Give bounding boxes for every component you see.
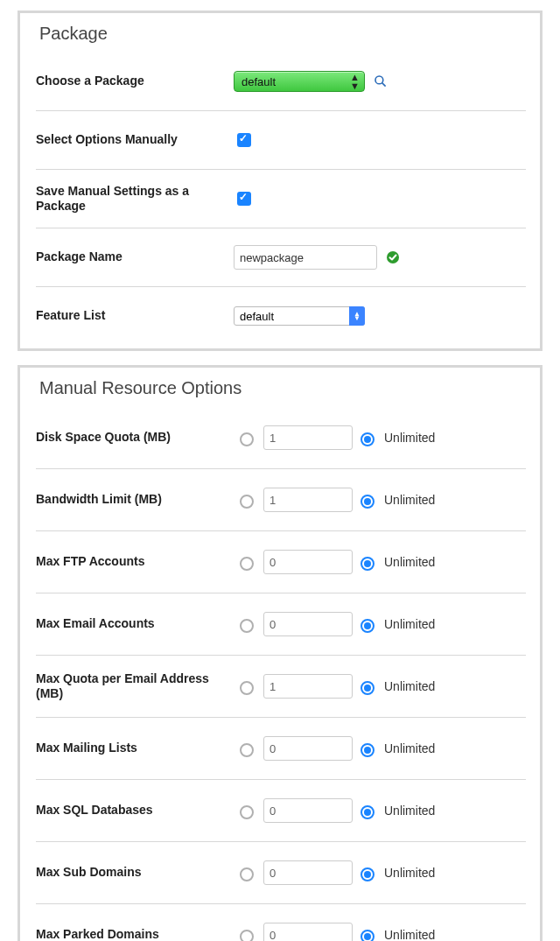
resource-label: Max FTP Accounts [36, 554, 235, 570]
resource-row: Max FTP AccountsUnlimited [36, 531, 526, 593]
row-feature-list: Feature List default ▲▼ [36, 287, 526, 345]
row-select-manually: Select Options Manually [36, 111, 526, 170]
check-ok-icon [386, 250, 400, 264]
unlimited-label: Unlimited [384, 928, 435, 941]
resource-value-input[interactable] [263, 736, 353, 761]
resource-unlimited-radio[interactable] [360, 743, 374, 757]
resource-unlimited-radio[interactable] [360, 867, 374, 881]
resource-unlimited-option: Unlimited [356, 430, 526, 446]
resource-label: Max Mailing Lists [36, 741, 235, 756]
unlimited-label: Unlimited [384, 617, 435, 631]
package-panel: Package Choose a Package default ▲▼ [18, 11, 542, 351]
resource-value-option [235, 798, 356, 823]
resource-value-radio[interactable] [240, 930, 254, 942]
resource-unlimited-option: Unlimited [356, 616, 526, 633]
resource-value-option [235, 488, 356, 512]
resource-unlimited-radio[interactable] [360, 495, 374, 509]
resource-label: Max SQL Databases [36, 803, 235, 818]
resource-row: Max Parked DomainsUnlimited [36, 904, 526, 941]
resources-title: Manual Resource Options [36, 371, 526, 407]
resource-unlimited-option: Unlimited [356, 927, 526, 942]
resource-value-option [235, 425, 356, 450]
resource-unlimited-radio[interactable] [360, 930, 374, 942]
unlimited-label: Unlimited [384, 804, 435, 818]
resource-unlimited-radio[interactable] [360, 432, 374, 446]
unlimited-label: Unlimited [384, 493, 435, 507]
resource-label: Max Sub Domains [36, 865, 235, 881]
resource-label: Max Quota per Email Address (MB) [36, 671, 235, 702]
choose-package-select[interactable]: default [234, 71, 365, 92]
package-title: Package [36, 17, 526, 53]
select-manually-checkbox[interactable] [237, 133, 251, 147]
resource-value-radio[interactable] [240, 681, 254, 695]
resource-value-input[interactable] [263, 550, 353, 574]
resource-row: Max Mailing ListsUnlimited [36, 718, 526, 780]
resource-unlimited-option: Unlimited [356, 865, 526, 881]
resource-label: Max Email Accounts [36, 616, 235, 632]
choose-package-select-wrap: default ▲▼ [234, 71, 365, 92]
choose-package-label: Choose a Package [36, 74, 227, 89]
resource-value-input[interactable] [263, 798, 353, 823]
resource-unlimited-radio[interactable] [360, 805, 374, 819]
row-choose-package: Choose a Package default ▲▼ [36, 53, 526, 111]
resource-value-input[interactable] [263, 674, 353, 699]
resource-value-option [235, 674, 356, 699]
resource-row: Max Quota per Email Address (MB)Unlimite… [36, 656, 526, 718]
row-package-name: Package Name [36, 228, 526, 287]
feature-list-select-wrap: default ▲▼ [234, 306, 365, 326]
resource-unlimited-option: Unlimited [356, 803, 526, 819]
unlimited-label: Unlimited [384, 741, 435, 755]
resource-value-option [235, 736, 356, 761]
resource-label: Max Parked Domains [36, 927, 235, 941]
resource-row: Max Sub DomainsUnlimited [36, 842, 526, 904]
resource-value-radio[interactable] [240, 495, 254, 509]
unlimited-label: Unlimited [384, 866, 435, 880]
resource-row: Bandwidth Limit (MB)Unlimited [36, 469, 526, 531]
resource-value-radio[interactable] [240, 619, 254, 633]
resource-row: Max SQL DatabasesUnlimited [36, 780, 526, 842]
resource-value-option [235, 860, 356, 885]
resource-value-radio[interactable] [240, 867, 254, 881]
resource-unlimited-radio[interactable] [360, 619, 374, 633]
resource-value-radio[interactable] [240, 743, 254, 757]
unlimited-label: Unlimited [384, 431, 435, 445]
resource-value-input[interactable] [263, 425, 353, 450]
save-manual-label: Save Manual Settings as a Package [36, 184, 227, 214]
resource-row: Max Email AccountsUnlimited [36, 593, 526, 656]
resource-value-option [235, 923, 356, 941]
resource-value-option [235, 550, 356, 574]
resource-label: Bandwidth Limit (MB) [36, 492, 235, 508]
feature-list-label: Feature List [36, 308, 227, 324]
svg-point-0 [375, 76, 383, 84]
resource-row: Disk Space Quota (MB)Unlimited [36, 407, 526, 469]
resource-unlimited-radio[interactable] [360, 681, 374, 695]
save-manual-checkbox[interactable] [237, 192, 251, 206]
feature-list-select[interactable]: default [234, 306, 365, 326]
search-icon[interactable] [374, 74, 388, 88]
resource-value-input[interactable] [263, 612, 353, 636]
unlimited-label: Unlimited [384, 555, 435, 569]
resource-unlimited-option: Unlimited [356, 741, 526, 757]
resource-unlimited-option: Unlimited [356, 492, 526, 509]
resource-label: Disk Space Quota (MB) [36, 430, 235, 446]
unlimited-label: Unlimited [384, 679, 435, 693]
resource-value-radio[interactable] [240, 432, 254, 446]
resource-value-input[interactable] [263, 860, 353, 885]
resource-value-input[interactable] [263, 488, 353, 512]
resource-value-option [235, 612, 356, 636]
resource-value-radio[interactable] [240, 805, 254, 819]
resource-value-radio[interactable] [240, 557, 254, 571]
resources-panel: Manual Resource Options Disk Space Quota… [18, 365, 542, 941]
resource-unlimited-radio[interactable] [360, 557, 374, 571]
resource-unlimited-option: Unlimited [356, 678, 526, 695]
svg-line-1 [382, 83, 386, 87]
resource-unlimited-option: Unlimited [356, 554, 526, 571]
select-manually-label: Select Options Manually [36, 132, 227, 148]
package-name-label: Package Name [36, 249, 227, 265]
resource-list: Disk Space Quota (MB)UnlimitedBandwidth … [36, 407, 526, 941]
package-name-input[interactable] [234, 245, 377, 270]
resource-value-input[interactable] [263, 923, 353, 941]
row-save-manual: Save Manual Settings as a Package [36, 170, 526, 228]
